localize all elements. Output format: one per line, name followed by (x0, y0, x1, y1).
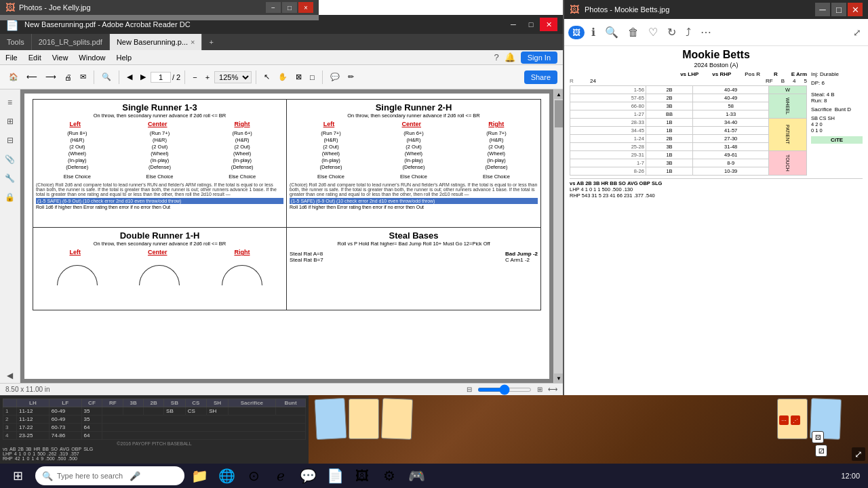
photos-heart-btn[interactable]: ♡ (646, 23, 660, 41)
taskbar-settings[interactable]: ⚙ (377, 464, 401, 488)
s3-center-header: Center (148, 249, 167, 256)
scroll-down-btn[interactable]: ▼ (554, 373, 563, 383)
help-icon[interactable]: ? (494, 52, 499, 62)
mookie-betts-window: 🖼 Photos - Mookie Betts.jpg ─ □ ✕ 🖼 ℹ 🔍 … (563, 0, 868, 395)
pdf-close-btn[interactable]: ✕ (540, 18, 557, 31)
card-1 (314, 398, 347, 440)
mookie-stats-table-wrapper: vs LHP vs RHP Pos R R E Arm R 24 RF B (570, 71, 807, 176)
pdf-pan-btn[interactable]: ✋ (275, 70, 291, 83)
notification-icon[interactable]: 🔔 (505, 52, 515, 62)
red-die-1: ⋯ (779, 415, 789, 425)
menu-file[interactable]: File (5, 54, 18, 62)
pdf-attachments-btn[interactable]: 📎 (3, 152, 18, 167)
pdf-layers-btn[interactable]: ⊟ (3, 133, 18, 148)
pdf-save-btn[interactable]: ✉ (77, 70, 90, 83)
photos-more-btn[interactable]: ⋯ (698, 23, 714, 41)
pdf-tools-panel-btn[interactable]: 🔧 (3, 171, 18, 186)
menu-view[interactable]: View (52, 54, 68, 62)
joe-kelly-minimize[interactable]: − (266, 2, 281, 13)
rhp-bottom-row: RHP4210149.500.500.500 (3, 456, 306, 461)
taskbar-photos[interactable]: 🖼 (350, 464, 374, 488)
pdf-zoom-slider[interactable] (477, 388, 532, 392)
screen: 🖼 Photos - Joe Kelly.jpg − □ × 📄 New Bas… (0, 0, 868, 488)
sign-in-btn[interactable]: Sign In (521, 52, 557, 64)
section4-title: Steal Bases (290, 230, 538, 241)
pdf-scrollbar[interactable]: ▲ ▼ (553, 89, 563, 383)
pdf-tab-tools[interactable]: Tools (0, 34, 32, 50)
start-button[interactable]: ⊞ (3, 465, 33, 487)
photos-zoom-btn[interactable]: 🔍 (602, 23, 621, 41)
pdf-next-btn[interactable]: ⟶ (42, 70, 60, 83)
pdf-zoom-select[interactable]: 125% 100% 150% 75% (214, 71, 252, 83)
pdf-expand-btn[interactable]: ◀ (3, 368, 18, 383)
mookie-win-controls: ─ □ ✕ (815, 3, 863, 16)
pdf-page-input[interactable] (151, 72, 171, 83)
table-row: 1-56 2B 40-49 W (570, 86, 807, 94)
s3-arc-right (222, 265, 262, 285)
pdf-search-btn[interactable]: 🔍 (98, 70, 115, 83)
scroll-track[interactable] (554, 99, 563, 373)
section4-content: Steal Rat A=8 Steal Rat B=7 Bad Jump -2 … (290, 251, 538, 263)
mookie-minimize-btn[interactable]: ─ (815, 3, 830, 16)
taskbar-acrobat[interactable]: 📄 (323, 464, 347, 488)
taskbar-chrome[interactable]: ⊙ (241, 464, 266, 488)
pdf-print-btn[interactable]: 🖨 (61, 71, 75, 83)
taskbar-game[interactable]: 🎮 (404, 464, 429, 488)
mookie-maximize-btn[interactable]: □ (831, 3, 846, 16)
menu-edit[interactable]: Edit (28, 54, 41, 62)
pdf-prev-btn[interactable]: ⟵ (23, 70, 41, 83)
pdf-page-prev-btn[interactable]: ◀ (123, 70, 136, 83)
hand-dice: ⚄ ⚂ (812, 431, 827, 457)
scroll-thumb[interactable] (555, 100, 563, 127)
pdf-zoom-in-btn[interactable]: + (202, 71, 213, 83)
pdf-select-btn[interactable]: ↖ (260, 70, 273, 83)
taskbar-search[interactable]: 🔍 Type here to search 🎤 (35, 466, 184, 485)
pdf-comment-btn[interactable]: 💬 (327, 70, 343, 83)
pdf-share-btn[interactable]: Share (524, 70, 557, 84)
taskbar-ie[interactable]: ℯ (269, 464, 293, 488)
table-row: 57-65 2B 40-49 WHEEL (570, 94, 807, 102)
pdf-annot-btn[interactable]: □ (307, 71, 318, 83)
section1-diagrams: (Run 8+) (H&R) (2 Out) (Wheel) (In-play)… (36, 130, 283, 180)
menu-window[interactable]: Window (79, 54, 105, 62)
s2-center-header: Center (401, 121, 421, 127)
pdf-section2: Single Runner 2-H On throw, then seconda… (287, 100, 540, 227)
joe-kelly-maximize[interactable]: □ (282, 2, 297, 13)
pdf-tab-add[interactable]: + (202, 34, 220, 50)
mookie-pos-header: vs LHP vs RHP Pos R R E Arm (570, 71, 807, 77)
taskbar-edge[interactable]: 🌐 (214, 464, 239, 488)
s3-right-header: Right (234, 249, 250, 256)
photos-info-btn[interactable]: ℹ (589, 23, 598, 41)
menu-help[interactable]: Help (116, 54, 132, 62)
taskbar-explorer[interactable]: 📁 (187, 464, 212, 488)
pdf-crop-btn[interactable]: ⊠ (292, 70, 305, 83)
photos-expand-btn[interactable]: ⤢ (850, 24, 864, 41)
s3-left-header: Left (69, 249, 81, 256)
taskbar-skype[interactable]: 💬 (296, 464, 320, 488)
photos-delete-btn[interactable]: 🗑 (625, 24, 642, 41)
photos-share-btn[interactable]: ⤴ (683, 24, 694, 41)
mookie-close-btn[interactable]: ✕ (848, 3, 863, 16)
pdf-minimize-btn[interactable]: ─ (505, 18, 522, 31)
pdf-maximize-btn[interactable]: □ (522, 18, 540, 31)
pdf-thumbnail-btn[interactable]: ⊞ (3, 114, 18, 129)
game-icon: 🎮 (408, 468, 425, 484)
section1-subtitle: On throw, then secondary runner advance … (36, 113, 283, 119)
photos-photo-btn[interactable]: 🖼 (568, 26, 585, 39)
pdf-zoom-out-btn[interactable]: − (189, 71, 200, 83)
joe-kelly-close[interactable]: × (298, 2, 313, 13)
photos-rotate-btn[interactable]: ↻ (665, 23, 679, 41)
taskbar-time: 12:00 (841, 472, 860, 480)
game-photo-expand-btn[interactable]: ⤢ (852, 447, 865, 461)
pdf-home-btn[interactable]: 🏠 (5, 70, 22, 83)
card-2 (349, 399, 379, 439)
scroll-up-btn[interactable]: ▲ (554, 89, 563, 99)
pdf-bookmark-btn[interactable]: ≡ (3, 95, 18, 110)
pdf-page-next-btn[interactable]: ▶ (137, 70, 149, 83)
pdf-protect-btn[interactable]: 🔒 (3, 190, 18, 205)
red-dice-group: ⋯ ⋰ (779, 415, 800, 425)
pdf-tab-baserunning[interactable]: New Baserunning.p... × (110, 34, 203, 50)
pdf-pen-btn[interactable]: ✏ (344, 70, 357, 83)
toolbar-sep-2 (119, 70, 119, 84)
pdf-tab-splits[interactable]: 2016_LR_splits.pdf (32, 34, 110, 50)
